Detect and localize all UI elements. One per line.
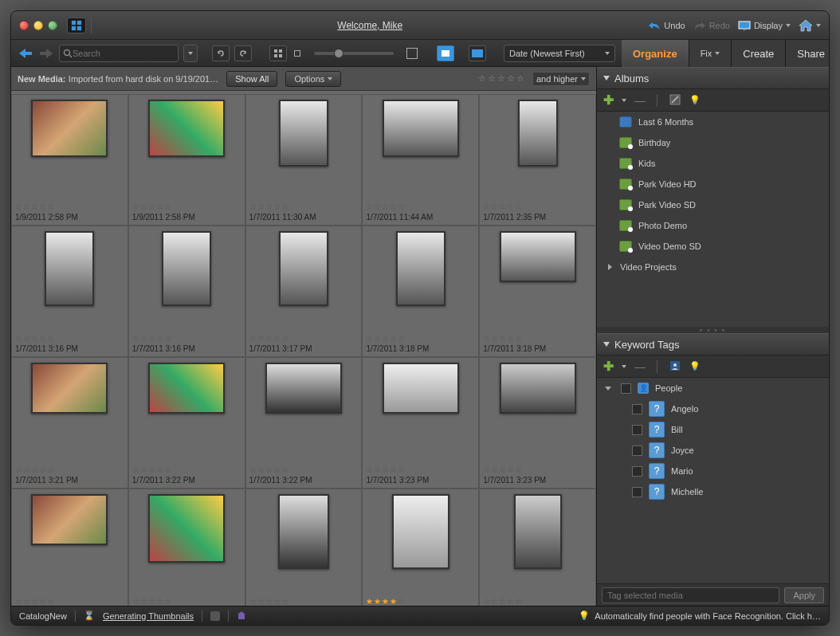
apply-tag-button[interactable]: Apply [784,587,824,603]
minimize-window-button[interactable] [33,21,43,30]
thumbnail-image[interactable] [500,231,576,282]
view-single-button[interactable] [437,45,454,61]
status-icon[interactable] [210,611,220,621]
tab-share[interactable]: Share [786,40,830,67]
thumbnail-image[interactable] [278,494,329,569]
rotate-right-button[interactable] [234,45,252,61]
rating-stars[interactable]: ☆☆☆☆☆ [15,202,124,211]
rating-stars[interactable]: ☆☆☆☆☆ [15,334,124,343]
tags-panel-header[interactable]: Keyword Tags [597,333,829,355]
thumbnail-cell[interactable]: ☆☆☆☆☆1/7/2011 3:22 PM [128,357,245,489]
redo-button[interactable]: Redo [693,21,730,30]
thumbnail-image[interactable] [148,363,225,414]
thumbnail-image[interactable] [396,231,446,306]
thumbnail-cell[interactable]: ☆☆☆☆☆1/7/2011 11:44 AM [362,94,479,226]
checkbox[interactable] [632,466,642,477]
thumbnail-image[interactable] [31,100,108,157]
thumbnail-cell[interactable]: ☆☆☆☆☆1/7/2011 3:23 PM [362,357,479,489]
zoom-window-button[interactable] [48,21,57,30]
person-tag-item[interactable]: ?Michelle [597,481,829,502]
album-item[interactable]: Last 6 Months [597,112,829,132]
person-tag-item[interactable]: ?Bill [597,419,829,440]
remove-tag-button[interactable]: — [634,360,646,373]
display-menu[interactable]: Display [738,21,791,30]
rating-stars[interactable]: ☆☆☆☆☆ [132,597,241,606]
tip-icon[interactable]: 💡 [689,95,701,105]
rating-stars[interactable]: ☆☆☆☆☆ [15,465,124,474]
rating-stars[interactable]: ☆☆☆☆☆ [132,202,241,211]
thumbnail-cell[interactable]: ☆☆☆☆☆1/7/2011 3:16 PM [11,226,128,357]
thumbnail-cell[interactable]: ★★★★☆1/5/2011 4:49 PM [362,489,479,606]
tab-create[interactable]: Create [732,40,786,67]
thumbnail-image[interactable] [514,494,562,569]
thumbnail-cell[interactable]: ☆☆☆☆☆1/7/2011 3:22 PM [245,357,363,489]
thumbnail-cell[interactable]: ☆☆☆☆☆1/9/2011 2:58 PM [11,94,128,226]
fullscreen-button[interactable] [469,45,486,61]
album-item[interactable]: Video Demo SD [597,236,829,257]
thumbnail-cell[interactable]: ☆☆☆☆☆1/7/2011 3:18 PM [479,226,596,357]
checkbox[interactable] [632,425,642,435]
person-tag-item[interactable]: ?Angelo [597,398,829,419]
tip-icon[interactable]: 💡 [689,361,701,371]
view-grid-button[interactable] [269,45,287,61]
person-tag-item[interactable]: ?Joyce [597,440,829,461]
thumbnail-image[interactable] [148,100,225,157]
person-tag-item[interactable]: ?Mario [597,461,829,481]
rotate-left-button[interactable] [212,45,230,61]
rating-stars[interactable]: ★★★★☆ [366,597,475,606]
nav-back-button[interactable] [18,47,33,60]
tab-organize[interactable]: Organize [622,40,689,67]
rating-stars[interactable]: ☆☆☆☆☆ [366,202,475,211]
thumbnail-image[interactable] [279,100,328,167]
rating-stars[interactable]: ☆☆☆☆☆ [249,334,359,343]
add-tag-button[interactable]: ✚ [603,359,614,374]
nav-forward-button[interactable] [38,47,54,60]
thumbnail-cell[interactable]: ☆☆☆☆☆1/7/2011 3:23 PM [479,357,596,489]
thumbnail-image[interactable] [518,100,558,167]
thumbnail-image[interactable] [148,494,225,563]
thumbnail-size-slider[interactable] [314,52,394,55]
thumbnail-cell[interactable]: ☆☆☆☆☆1/9/2011 2:58 PM [128,94,245,226]
thumbnail-image[interactable] [279,231,328,306]
rating-stars[interactable]: ☆☆☆☆☆ [366,334,475,343]
edit-album-button[interactable] [669,93,681,108]
undo-button[interactable]: Undo [648,21,685,30]
album-item[interactable]: Birthday [597,132,829,153]
rating-stars[interactable]: ☆☆☆☆☆ [132,334,241,343]
thumbnail-image[interactable] [265,363,342,414]
app-menu-icon[interactable] [67,18,86,33]
album-item[interactable]: Park Video SD [597,194,829,215]
slider-thumb[interactable] [334,49,343,58]
thumbnail-cell[interactable]: ☆☆☆☆☆1/6/2011 1:42 PM [128,489,245,606]
checkbox[interactable] [632,446,642,456]
show-all-button[interactable]: Show All [226,71,277,87]
thumbnail-cell[interactable]: ☆☆☆☆☆1/7/2011 3:16 PM [128,226,245,357]
rating-stars[interactable]: ☆☆☆☆☆ [132,465,241,474]
search-field[interactable] [59,45,179,62]
tag-category-people[interactable]: 👤People [597,378,829,398]
search-input[interactable] [73,49,175,58]
tab-fix[interactable]: Fix [689,40,732,67]
thumbnail-cell[interactable]: ☆☆☆☆☆1/7/2011 3:23 PM [11,489,128,606]
rating-mode-dropdown[interactable]: and higher [532,72,590,86]
thumbnail-cell[interactable]: ☆☆☆☆☆1/1/2011 3:42 PM [479,489,596,606]
thumbnail-image[interactable] [392,494,449,569]
people-view-button[interactable] [669,359,681,374]
panel-resize-grip[interactable]: ● ● ● ● [597,327,829,333]
albums-panel-header[interactable]: Albums [597,67,829,89]
thumbnail-image[interactable] [45,231,94,306]
checkbox[interactable] [632,404,642,414]
thumbnail-image[interactable] [383,363,459,414]
thumbnail-cell[interactable]: ☆☆☆☆☆1/7/2011 3:17 PM [245,226,363,357]
thumbnail-cell[interactable]: ☆☆☆☆☆1/7/2011 11:30 AM [245,94,363,226]
rating-stars[interactable]: ☆☆☆☆☆ [249,202,359,211]
thumbnail-cell[interactable]: ☆☆☆☆☆1/7/2011 3:21 PM [11,357,128,489]
rating-stars[interactable]: ☆☆☆☆☆ [483,202,592,211]
remove-album-button[interactable]: — [634,94,646,107]
rating-stars[interactable]: ☆☆☆☆☆ [249,465,359,474]
album-item[interactable]: Park Video HD [597,174,829,194]
thumbnail-image[interactable] [383,100,459,157]
thumbnail-image[interactable] [31,494,108,545]
rating-stars[interactable]: ☆☆☆☆☆ [366,465,475,474]
rating-stars[interactable]: ☆☆☆☆☆ [249,597,359,606]
